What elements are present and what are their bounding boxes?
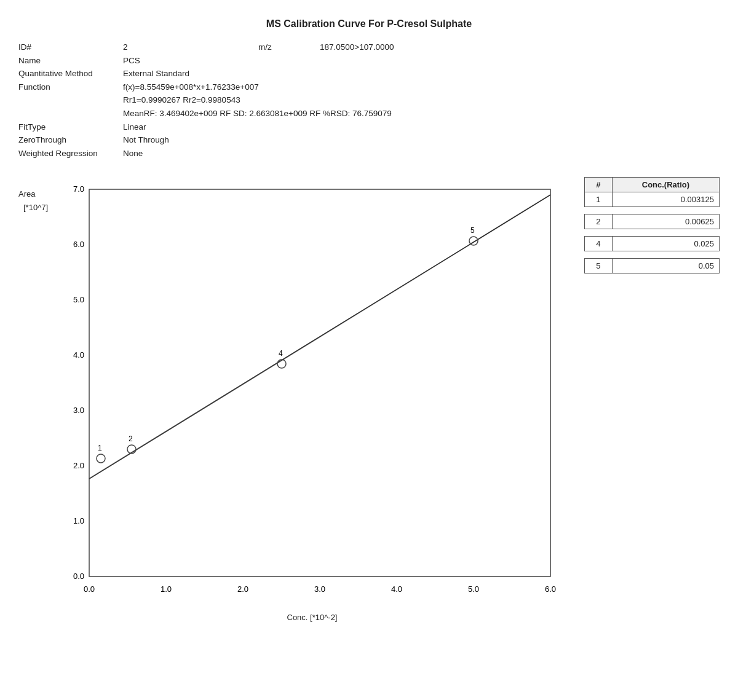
- y-tick-6: 6.0: [73, 240, 84, 249]
- weighted-value: None: [123, 147, 143, 160]
- rr-line: Rr1=0.9990267 Rr2=0.9980543: [123, 95, 240, 104]
- point-label-1: 1: [98, 444, 102, 452]
- chart-svg-container: 7.0 6.0 5.0 4.0 3.0 2.0 1.0 0.0 0.0 1.0 …: [52, 177, 572, 609]
- chart-border: [89, 189, 550, 576]
- row-num: 2: [585, 214, 613, 229]
- data-table-container: # Conc.(Ratio) 1 0.003125 2 0.00625 4 0.…: [584, 177, 720, 622]
- info-grid: ID# 2 m/z 187.0500>107.0000 Name PCS Qua…: [18, 41, 720, 160]
- quant-value: External Standard: [123, 67, 189, 81]
- row-num: 1: [585, 192, 613, 207]
- calibration-table: # Conc.(Ratio) 1 0.003125 2 0.00625 4 0.…: [584, 177, 720, 281]
- name-label: Name: [18, 54, 123, 68]
- spacer-row: [585, 207, 720, 214]
- fittype-label: FitType: [18, 120, 123, 134]
- mz-label: m/z: [258, 41, 320, 54]
- x-axis-label: Conc. [*10^-2]: [52, 613, 572, 622]
- y-tick-7: 7.0: [73, 184, 84, 194]
- quant-label: Quantitative Method: [18, 67, 123, 81]
- calibration-chart: 7.0 6.0 5.0 4.0 3.0 2.0 1.0 0.0 0.0 1.0 …: [52, 177, 557, 607]
- mz-value: 187.0500>107.0000: [320, 41, 394, 54]
- function-label: Function: [18, 81, 123, 94]
- spacer-row: [585, 251, 720, 259]
- point-label-5: 5: [470, 226, 475, 235]
- function-value: f(x)=8.55459e+008*x+1.76233e+007: [123, 81, 259, 94]
- spacer-row: [585, 273, 720, 281]
- col-header-num: #: [585, 178, 613, 192]
- x-tick-5: 5.0: [468, 584, 479, 594]
- mean-line: MeanRF: 3.469402e+009 RF SD: 2.663081e+0…: [123, 109, 392, 118]
- table-row: 4 0.025: [585, 237, 720, 251]
- y-axis-unit: [*10^7]: [23, 203, 48, 212]
- y-tick-1: 1.0: [73, 516, 84, 525]
- row-num: 4: [585, 237, 613, 251]
- row-num: 5: [585, 259, 613, 273]
- table-row: 1 0.003125: [585, 192, 720, 207]
- y-axis-label: Area: [18, 189, 35, 199]
- x-tick-3: 3.0: [314, 584, 325, 594]
- y-tick-5: 5.0: [73, 295, 84, 304]
- y-tick-0: 0.0: [73, 572, 84, 581]
- x-tick-4: 4.0: [391, 584, 402, 594]
- x-tick-0: 0.0: [84, 584, 95, 594]
- point-label-2: 2: [129, 435, 133, 443]
- x-tick-2: 2.0: [237, 584, 248, 594]
- row-conc: 0.00625: [612, 214, 719, 229]
- y-tick-2: 2.0: [73, 461, 84, 470]
- spacer-row: [585, 229, 720, 237]
- y-tick-3: 3.0: [73, 406, 84, 415]
- weighted-label: Weighted Regression: [18, 147, 123, 160]
- row-conc: 0.003125: [612, 192, 719, 207]
- table-row: 2 0.00625: [585, 214, 720, 229]
- id-value: 2: [123, 41, 258, 54]
- page-title: MS Calibration Curve For P-Cresol Sulpha…: [18, 18, 720, 29]
- table-row: 5 0.05: [585, 259, 720, 273]
- row-conc: 0.025: [612, 237, 719, 251]
- x-tick-6: 6.0: [545, 584, 556, 594]
- name-value: PCS: [123, 54, 140, 68]
- col-header-conc: Conc.(Ratio): [612, 178, 719, 192]
- fittype-value: Linear: [123, 120, 146, 134]
- zerothrough-label: ZeroThrough: [18, 133, 123, 147]
- x-tick-1: 1.0: [161, 584, 172, 594]
- row-conc: 0.05: [612, 259, 719, 273]
- id-label: ID#: [18, 41, 123, 54]
- zerothrough-value: Not Through: [123, 133, 169, 147]
- chart-area: Area [*10^7] 7.0 6.0 5.0 4.0 3.0 2.0 1.0…: [18, 171, 572, 622]
- y-tick-4: 4.0: [73, 350, 84, 360]
- point-label-4: 4: [279, 349, 283, 358]
